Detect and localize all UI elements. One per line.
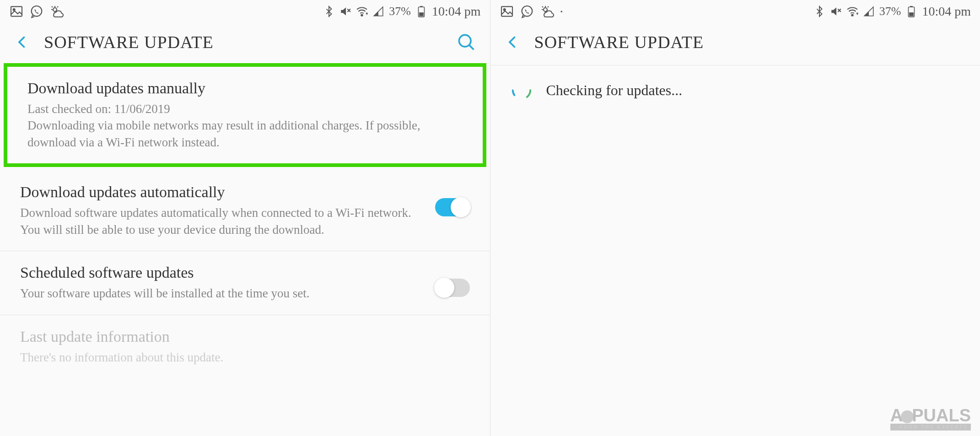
bluetooth-icon [323, 5, 335, 17]
status-right-icons: 37% 10:04 pm [323, 4, 480, 19]
back-icon[interactable] [14, 34, 30, 50]
svg-point-14 [522, 6, 532, 16]
auto-download-toggle[interactable] [435, 198, 470, 216]
svg-point-15 [544, 8, 547, 11]
svg-rect-12 [501, 6, 512, 16]
wifi-icon [846, 5, 858, 17]
header-bar: SOFTWARE UPDATE [0, 23, 490, 63]
phone-screenshot-right: · 37% 10:04 pm SOFTWARE UPDATE Checking … [490, 0, 980, 436]
toggle-knob [434, 278, 454, 298]
loading-spinner-icon [511, 79, 533, 101]
scheduled-toggle[interactable] [435, 279, 470, 297]
last-checked-text: Last checked on: 11/06/2019 [27, 101, 463, 117]
whatsapp-icon [29, 4, 44, 19]
bluetooth-icon [813, 5, 825, 17]
page-title: SOFTWARE UPDATE [534, 32, 967, 52]
status-bar: · 37% 10:04 pm [490, 0, 980, 23]
last-update-item[interactable]: Last update information There's no infor… [0, 315, 490, 378]
svg-point-10 [459, 35, 471, 47]
status-right-icons: 37% 10:04 pm [813, 4, 971, 19]
toggle-knob [451, 197, 471, 217]
svg-rect-20 [910, 6, 913, 7]
watermark-text: APUALS [890, 406, 971, 425]
gallery-icon [9, 4, 24, 19]
mute-icon [830, 5, 842, 17]
more-notifications-dot: · [560, 5, 564, 18]
svg-point-22 [512, 81, 530, 99]
phone-screenshot-left: 37% 10:04 pm SOFTWARE UPDATE Download up… [0, 0, 490, 436]
weather-icon [49, 4, 64, 19]
page-title: SOFTWARE UPDATE [44, 32, 456, 52]
mute-icon [339, 5, 351, 17]
setting-description: Download software updates automatically … [20, 205, 470, 238]
setting-title: Download updates manually [27, 80, 463, 97]
setting-description: Downloading via mobile networks may resu… [27, 117, 463, 151]
setting-description: There's no information about this update… [20, 349, 470, 366]
battery-icon [415, 5, 427, 17]
svg-rect-0 [11, 6, 22, 16]
status-time: 10:04 pm [922, 4, 971, 19]
download-auto-item[interactable]: Download updates automatically Download … [0, 171, 490, 251]
whatsapp-icon [520, 4, 534, 19]
signal-icon [863, 5, 875, 17]
battery-percent: 37% [879, 5, 901, 18]
search-icon[interactable] [456, 32, 476, 52]
battery-icon [905, 5, 917, 17]
status-bar: 37% 10:04 pm [0, 0, 490, 23]
svg-rect-8 [420, 6, 422, 7]
status-time: 10:04 pm [432, 4, 481, 19]
wifi-icon [356, 5, 368, 17]
status-left-icons: · [500, 4, 564, 19]
watermark-logo: APUALS FROM THE EXPERTS [890, 406, 971, 431]
highlight-annotation: Download updates manually Last checked o… [4, 63, 486, 167]
watermark-subtitle: FROM THE EXPERTS [890, 424, 971, 431]
header-bar: SOFTWARE UPDATE [490, 23, 980, 63]
svg-rect-9 [419, 12, 424, 16]
svg-line-11 [469, 45, 474, 49]
signal-icon [372, 5, 384, 17]
setting-description: Your software updates will be installed … [20, 285, 470, 301]
svg-point-6 [361, 15, 363, 16]
svg-point-18 [851, 15, 853, 16]
back-icon[interactable] [504, 34, 521, 50]
checking-text: Checking for updates... [546, 82, 683, 99]
download-manually-item[interactable]: Download updates manually Last checked o… [7, 67, 483, 163]
checking-updates-row: Checking for updates... [490, 65, 980, 115]
battery-percent: 37% [389, 5, 411, 18]
status-left-icons [9, 4, 64, 19]
gallery-icon [500, 4, 514, 19]
svg-point-3 [53, 8, 57, 11]
svg-rect-21 [910, 12, 914, 16]
setting-title: Last update information [20, 328, 470, 345]
setting-title: Scheduled software updates [20, 264, 470, 281]
svg-point-2 [32, 6, 42, 16]
weather-icon [540, 4, 555, 19]
scheduled-updates-item[interactable]: Scheduled software updates Your software… [0, 251, 490, 315]
setting-title: Download updates automatically [20, 183, 470, 201]
